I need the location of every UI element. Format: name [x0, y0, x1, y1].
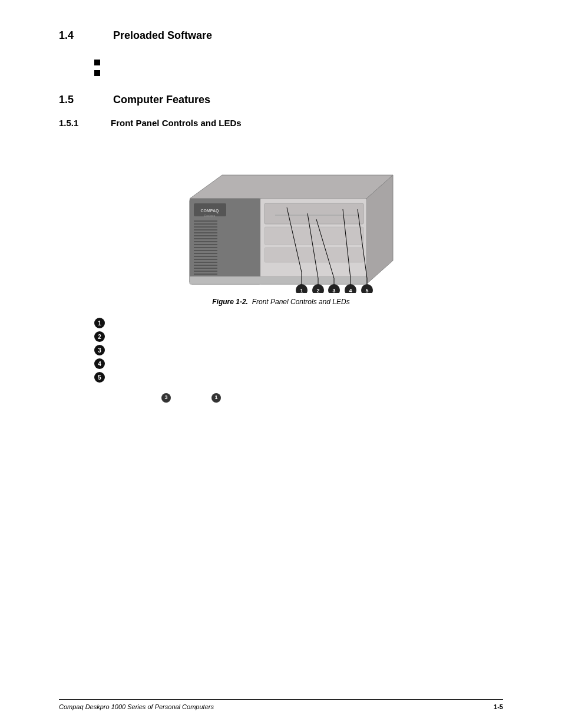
numbered-item-5: 5	[94, 372, 503, 383]
inline-badge-3: 3	[161, 393, 171, 403]
numbered-item-2: 2	[94, 331, 503, 342]
list-item-2	[94, 70, 503, 76]
preloaded-software-list	[94, 60, 503, 76]
section-1-5-1-heading: 1.5.1 Front Panel Controls and LEDs	[59, 118, 503, 128]
svg-text:3: 3	[332, 288, 335, 293]
badge-2: 2	[94, 331, 105, 342]
numbered-items-list: 1 2 3 4 5	[94, 318, 503, 383]
section-1-5-number: 1.5	[59, 94, 94, 106]
svg-text:1: 1	[300, 288, 303, 293]
page: 1.4 Preloaded Software 1.5 Computer Feat…	[0, 0, 562, 728]
section-1-5-1-title: Front Panel Controls and LEDs	[111, 118, 242, 128]
figure-label: Figure 1-2.	[212, 298, 248, 306]
svg-text:5: 5	[365, 288, 368, 293]
section-1-5-heading: 1.5 Computer Features	[59, 94, 503, 106]
svg-text:4: 4	[349, 288, 352, 293]
badge-5: 5	[94, 372, 105, 383]
numbered-item-3: 3	[94, 345, 503, 355]
svg-marker-1	[190, 175, 393, 199]
figure-container: COMPAQ Deskpro	[59, 140, 503, 306]
figure-caption-text: Front Panel Controls and LEDs	[252, 298, 350, 306]
section-1-4-title: Preloaded Software	[113, 29, 212, 42]
section-1-4-number: 1.4	[59, 29, 94, 42]
inline-badge-1: 1	[211, 393, 221, 403]
section-1-5-title: Computer Features	[113, 94, 210, 106]
computer-image: COMPAQ Deskpro	[157, 140, 405, 293]
svg-text:2: 2	[316, 288, 319, 293]
page-footer: Compaq Deskpro 1000 Series of Personal C…	[59, 699, 503, 710]
footer-title: Compaq Deskpro 1000 Series of Personal C…	[59, 703, 214, 710]
numbered-item-4: 4	[94, 358, 503, 369]
badge-1: 1	[94, 318, 105, 328]
svg-rect-34	[190, 276, 366, 284]
section-1-4-heading: 1.4 Preloaded Software	[59, 29, 503, 42]
badge-3: 3	[94, 345, 105, 355]
computer-svg: COMPAQ Deskpro	[157, 140, 405, 293]
numbered-item-1: 1	[94, 318, 503, 328]
bullet-icon-2	[94, 70, 100, 76]
list-item-1	[94, 60, 503, 65]
section-1-5-1-number: 1.5.1	[59, 118, 94, 128]
footer-page-number: 1-5	[494, 703, 503, 710]
svg-rect-32	[265, 227, 363, 245]
svg-text:COMPAQ: COMPAQ	[201, 209, 220, 213]
badge-4: 4	[94, 358, 105, 369]
figure-caption: Figure 1-2. Front Panel Controls and LED…	[59, 298, 503, 306]
svg-rect-29	[265, 203, 363, 224]
svg-text:Deskpro: Deskpro	[204, 214, 216, 218]
description-paragraph: 3 1	[94, 391, 503, 404]
bullet-icon-1	[94, 60, 100, 65]
